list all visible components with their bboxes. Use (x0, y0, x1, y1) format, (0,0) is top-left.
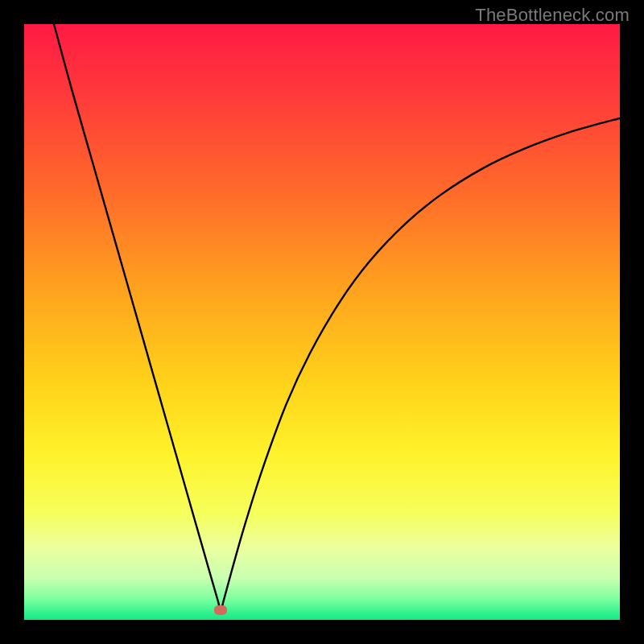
chart-frame: TheBottleneck.com (0, 0, 644, 644)
watermark-text: TheBottleneck.com (475, 5, 630, 26)
bottleneck-curve (24, 24, 620, 620)
plot-area (24, 24, 620, 620)
minimum-marker-icon (214, 605, 227, 615)
